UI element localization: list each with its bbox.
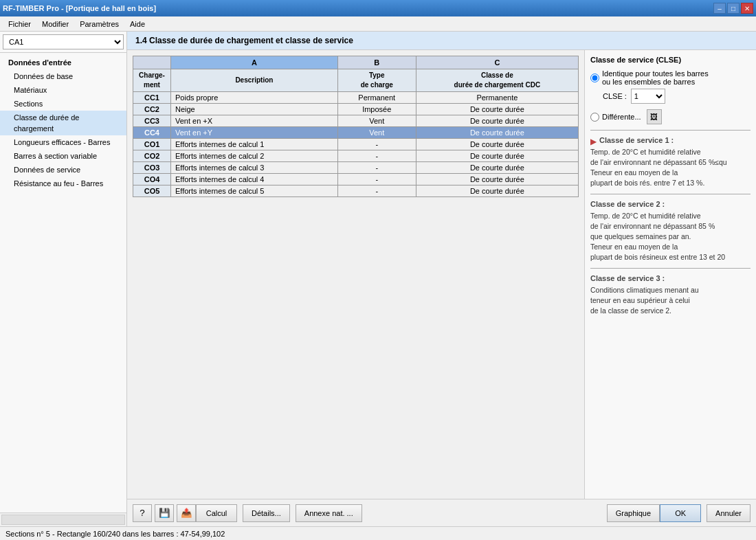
minimize-button[interactable]: – bbox=[713, 3, 726, 14]
titlebar-title: RF-TIMBER Pro - [Portique de hall en boi… bbox=[3, 4, 156, 12]
annexe-button[interactable]: Annexe nat. ... bbox=[296, 504, 362, 522]
service1-section: ▶ Classe de service 1 : Temp. de 20°C et… bbox=[590, 136, 751, 188]
service2-title: Classe de service 2 : bbox=[590, 200, 751, 208]
export-button[interactable]: 📤 bbox=[177, 504, 196, 522]
content-area: CA1 Données d'entrée Données de base Mat… bbox=[0, 32, 756, 526]
left-panel: CA1 Données d'entrée Données de base Mat… bbox=[0, 32, 127, 526]
ok-button[interactable]: OK bbox=[660, 504, 701, 522]
dropdown-area: CA1 bbox=[0, 32, 126, 53]
scrollbar-area bbox=[0, 513, 126, 526]
cell-charge-id: CO5 bbox=[133, 185, 171, 197]
th-c: C bbox=[416, 56, 578, 69]
cell-charge-id: CC3 bbox=[133, 115, 171, 127]
service3-title: Classe de service 3 : bbox=[590, 274, 751, 282]
menubar: Fichier Modifier Paramètres Aide bbox=[0, 16, 756, 32]
clse-row: CLSE : 1 2 3 bbox=[603, 89, 751, 104]
service2-section: Classe de service 2 : Temp. de 20°C et h… bbox=[590, 200, 751, 262]
sidebar-item-donnees-base[interactable]: Données de base bbox=[0, 69, 126, 83]
cell-type: - bbox=[337, 139, 416, 150]
radio-identique-input[interactable] bbox=[590, 74, 599, 82]
divider-3 bbox=[590, 268, 751, 269]
cell-charge-id: CC1 bbox=[133, 92, 171, 104]
sidebar-item-resistance-feu[interactable]: Résistance au feu - Barres bbox=[0, 177, 126, 190]
th-desc-label: Description bbox=[171, 69, 338, 92]
bottom-left-buttons: ? 💾 📤 bbox=[133, 504, 196, 522]
service2-text: Temp. de 20°C et humidité relativede l'a… bbox=[590, 211, 751, 262]
table-row[interactable]: CO5Efforts internes de calcul 5-De court… bbox=[133, 185, 579, 197]
table-row[interactable]: CC4Vent en +YVentDe courte durée bbox=[133, 127, 579, 139]
sidebar-item-classe-duree[interactable]: Classe de durée de chargement bbox=[0, 111, 126, 135]
table-row[interactable]: CC3Vent en +XVentDe courte durée bbox=[133, 115, 579, 127]
table-row[interactable]: CC2NeigeImposéeDe courte durée bbox=[133, 104, 579, 115]
table-row[interactable]: CC1Poids proprePermanentPermanente bbox=[133, 92, 579, 104]
radio-group: Identique pour toutes les barresou les e… bbox=[590, 69, 751, 124]
help-button[interactable]: ? bbox=[133, 504, 152, 522]
table-row[interactable]: CO1Efforts internes de calcul 1-De court… bbox=[133, 139, 579, 150]
bottom-center-buttons: Calcul Détails... Annexe nat. ... Graphi… bbox=[196, 504, 660, 522]
right-panel: 1.4 Classe de durée de chargement et cla… bbox=[127, 32, 756, 526]
cell-charge-id: CC2 bbox=[133, 104, 171, 115]
menu-fichier[interactable]: Fichier bbox=[3, 19, 36, 30]
cell-type: - bbox=[337, 174, 416, 185]
table-row[interactable]: CO2Efforts internes de calcul 2-De court… bbox=[133, 150, 579, 162]
table-row[interactable]: CO3Efforts internes de calcul 3-De court… bbox=[133, 162, 579, 174]
cell-description: Efforts internes de calcul 5 bbox=[171, 185, 338, 197]
calcul-button[interactable]: Calcul bbox=[196, 504, 237, 522]
th-charge bbox=[133, 56, 171, 69]
table-col-headers: A B C bbox=[133, 56, 579, 69]
table-body: CC1Poids proprePermanentPermanenteCC2Nei… bbox=[133, 92, 579, 197]
sidebar-item-donnees-entree[interactable]: Données d'entrée bbox=[0, 56, 126, 69]
service3-section: Classe de service 3 : Conditions climati… bbox=[590, 274, 751, 316]
maximize-button[interactable]: □ bbox=[727, 3, 740, 14]
menu-parametres[interactable]: Paramètres bbox=[74, 19, 124, 30]
divider-2 bbox=[590, 194, 751, 194]
radio-differente-input[interactable] bbox=[590, 113, 599, 122]
info-panel: Classe de service (CLSE) Identique pour … bbox=[584, 50, 756, 499]
table-panel: A B C Charge-ment Description Typede cha… bbox=[127, 50, 756, 499]
titlebar: RF-TIMBER Pro - [Portique de hall en boi… bbox=[0, 0, 756, 16]
radio-identique-label: Identique pour toutes les barresou les e… bbox=[602, 69, 709, 86]
cell-type: - bbox=[337, 185, 416, 197]
table-row[interactable]: CO4Efforts internes de calcul 4-De court… bbox=[133, 174, 579, 185]
radio-differente[interactable]: Différente... 🖼 bbox=[590, 109, 751, 124]
cell-charge-id: CO3 bbox=[133, 162, 171, 174]
cell-charge-id: CO2 bbox=[133, 150, 171, 162]
cell-type: Vent bbox=[337, 115, 416, 127]
ca-dropdown[interactable]: CA1 bbox=[3, 34, 124, 49]
annuler-button[interactable]: Annuler bbox=[707, 504, 751, 522]
sidebar-item-materiaux[interactable]: Matériaux bbox=[0, 83, 126, 97]
close-button[interactable]: ✕ bbox=[741, 3, 753, 14]
cell-type: Imposée bbox=[337, 104, 416, 115]
divider-1 bbox=[590, 130, 751, 131]
clse-select[interactable]: 1 2 3 bbox=[631, 89, 665, 104]
details-button[interactable]: Détails... bbox=[243, 504, 290, 522]
cell-description: Vent en +Y bbox=[171, 127, 338, 139]
cell-charge-id: CO1 bbox=[133, 139, 171, 150]
sidebar-item-longueurs[interactable]: Longueurs efficaces - Barres bbox=[0, 135, 126, 149]
statusbar: Sections n° 5 - Rectangle 160/240 dans l… bbox=[0, 526, 756, 540]
menu-modifier[interactable]: Modifier bbox=[36, 19, 74, 30]
th-b: B bbox=[337, 56, 416, 69]
content-header: 1.4 Classe de durée de chargement et cla… bbox=[127, 32, 756, 50]
save-button[interactable]: 💾 bbox=[155, 504, 174, 522]
cell-cdc: De courte durée bbox=[416, 139, 578, 150]
menu-aide[interactable]: Aide bbox=[124, 19, 151, 30]
service1-text: Temp. de 20°C et humidité relativede l'a… bbox=[590, 147, 751, 188]
sidebar-item-barres-section[interactable]: Barres à section variable bbox=[0, 149, 126, 163]
sidebar-item-sections[interactable]: Sections bbox=[0, 97, 126, 111]
horizontal-scrollbar[interactable] bbox=[1, 515, 125, 525]
cell-cdc: De courte durée bbox=[416, 115, 578, 127]
th-a: A bbox=[171, 56, 338, 69]
cell-cdc: De courte durée bbox=[416, 150, 578, 162]
cell-cdc: De courte durée bbox=[416, 127, 578, 139]
cell-charge-id: CC4 bbox=[133, 127, 171, 139]
sidebar-item-donnees-service[interactable]: Données de service bbox=[0, 163, 126, 177]
graphique-button[interactable]: Graphique bbox=[607, 504, 660, 522]
cell-type: Vent bbox=[337, 127, 416, 139]
radio-identique[interactable]: Identique pour toutes les barresou les e… bbox=[590, 69, 751, 86]
th-type-label: Typede charge bbox=[337, 69, 416, 92]
cell-type: Permanent bbox=[337, 92, 416, 104]
table-container: A B C Charge-ment Description Typede cha… bbox=[127, 50, 584, 499]
differente-icon-btn[interactable]: 🖼 bbox=[647, 109, 662, 124]
service1-arrow: ▶ bbox=[590, 137, 597, 146]
